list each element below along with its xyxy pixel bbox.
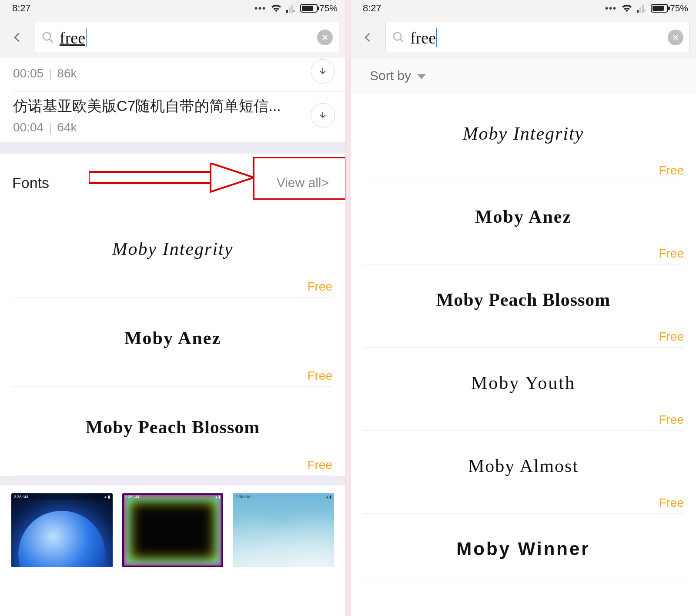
battery-icon: 75% (300, 3, 338, 13)
font-item[interactable]: Moby YouthFree (351, 348, 696, 431)
wifi-icon (621, 4, 632, 13)
battery-percent: 75% (670, 3, 688, 13)
ringtone-meta: 00:04|64k (13, 121, 311, 134)
svg-text:×: × (643, 9, 646, 13)
search-input[interactable]: free (385, 22, 690, 53)
annotation-highlight-box (253, 157, 345, 200)
font-price: Free (363, 413, 684, 430)
left-screen: 8:27 ••• × 75% free (0, 0, 345, 616)
theme-thumbnail[interactable]: 2:36 AM▴ ▮ (233, 493, 334, 567)
font-item[interactable]: Moby AnezFree (0, 298, 345, 387)
ringtone-title: 仿诺基亚欧美版C7随机自带的简单短信... (13, 96, 311, 116)
ringtone-item[interactable]: 00:05|86k (0, 58, 345, 91)
font-price: Free (363, 330, 684, 347)
font-price: Free (363, 247, 684, 264)
fonts-section-header: Fonts View all> (0, 154, 345, 208)
font-preview: Moby Anez (13, 323, 332, 353)
svg-point-6 (394, 33, 402, 40)
download-button[interactable] (311, 103, 335, 127)
theme-thumbnail[interactable]: 2:36 AM▴ ▮ (122, 493, 224, 567)
svg-marker-4 (211, 163, 254, 192)
svg-line-2 (50, 39, 53, 43)
font-preview: Moby Peach Blossom (13, 412, 332, 442)
clear-search-button[interactable] (317, 30, 333, 45)
font-preview: Moby Anez (363, 201, 684, 232)
status-bar: 8:27 ••• × 75% (0, 0, 345, 17)
font-price: Free (13, 458, 332, 475)
text-cursor (436, 28, 437, 47)
font-item[interactable]: Moby Peach BlossomFree (351, 264, 696, 348)
font-preview: Moby Peach Blossom (363, 285, 684, 315)
signal-icon: × (637, 4, 646, 13)
annotation-arrow (89, 163, 254, 194)
battery-percent: 75% (319, 3, 338, 13)
battery-icon: 75% (651, 3, 688, 13)
text-cursor (86, 28, 87, 47)
clear-search-button[interactable] (668, 30, 683, 45)
signal-icon: × (286, 4, 296, 13)
status-icons: ••• × 75% (605, 3, 688, 13)
font-item[interactable]: Moby Winner (351, 514, 696, 583)
status-icons: ••• × 75% (254, 3, 338, 13)
search-query: free (410, 28, 663, 47)
status-time: 8:27 (363, 3, 381, 14)
download-button[interactable] (311, 59, 335, 84)
svg-text:×: × (293, 9, 295, 13)
font-price: Free (13, 369, 332, 386)
font-preview: Moby Almost (363, 451, 684, 481)
wifi-icon (271, 4, 282, 13)
font-preview: Moby Integrity (363, 118, 684, 149)
ringtone-meta: 00:05|86k (13, 67, 311, 80)
svg-point-1 (43, 33, 51, 40)
svg-rect-3 (89, 172, 211, 183)
search-icon (41, 31, 54, 44)
fonts-label: Fonts (12, 174, 49, 191)
right-screen: 8:27 ••• × 75% free (351, 0, 696, 616)
more-icon: ••• (605, 3, 617, 13)
font-price: Free (13, 280, 332, 297)
search-input[interactable]: free (35, 22, 339, 53)
caret-down-icon (417, 68, 426, 83)
theme-thumbnails: 2:36 AM▴ ▮ 2:36 AM▴ ▮ 2:36 AM▴ ▮ (0, 485, 345, 567)
screenshot-divider (345, 0, 351, 616)
font-item[interactable]: Moby IntegrityFree (351, 93, 696, 181)
sort-by-label: Sort by (370, 68, 411, 83)
ringtone-item[interactable]: 仿诺基亚欧美版C7随机自带的简单短信... 00:04|64k (0, 92, 345, 142)
search-query: free (60, 28, 312, 47)
font-price: Free (363, 164, 684, 181)
font-price: Free (363, 496, 684, 513)
search-header: free (0, 17, 345, 58)
more-icon: ••• (254, 3, 266, 13)
font-item[interactable]: Moby AnezFree (351, 181, 696, 264)
search-header: free (351, 17, 696, 58)
font-item[interactable]: Moby Peach BlossomFree (0, 387, 345, 476)
sort-by-dropdown[interactable]: Sort by (351, 58, 696, 93)
font-price (363, 579, 684, 583)
font-item[interactable]: Moby AlmostFree (351, 431, 696, 514)
section-gap (0, 476, 345, 485)
status-time: 8:27 (12, 3, 31, 14)
font-item[interactable]: Moby IntegrityFree (0, 208, 345, 298)
font-preview: Moby Youth (363, 368, 684, 398)
search-icon (392, 31, 405, 44)
font-preview: Moby Winner (363, 534, 684, 564)
section-gap (0, 142, 345, 154)
back-button[interactable] (3, 23, 31, 51)
theme-thumbnail[interactable]: 2:36 AM▴ ▮ (11, 493, 113, 567)
font-preview: Moby Integrity (13, 234, 332, 264)
status-bar: 8:27 ••• × 75% (351, 0, 696, 17)
back-button[interactable] (354, 23, 382, 51)
svg-line-7 (400, 39, 404, 43)
